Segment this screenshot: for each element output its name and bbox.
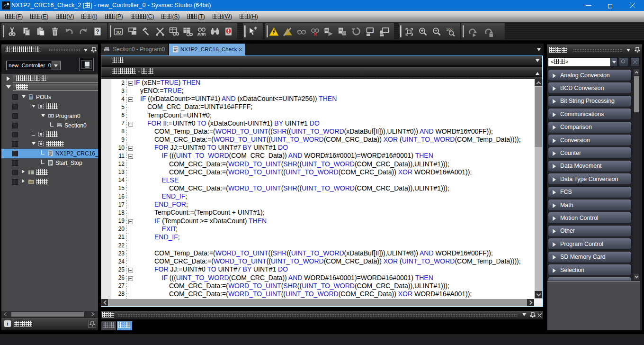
svg-text:?: ? xyxy=(96,28,99,35)
svg-text:1: 1 xyxy=(372,29,374,33)
svg-text:3D: 3D xyxy=(116,30,121,35)
